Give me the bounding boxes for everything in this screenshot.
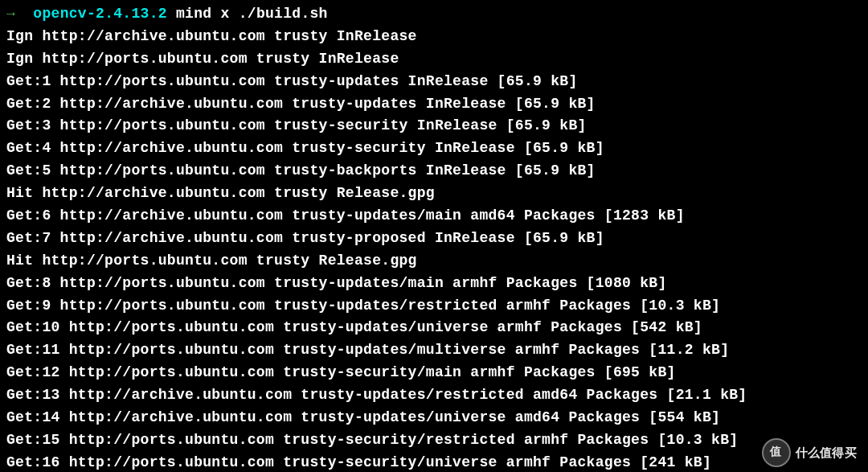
terminal-output-line: Get:9 http://ports.ubuntu.com trusty-upd… [6, 295, 862, 318]
terminal-output-line: Get:2 http://archive.ubuntu.com trusty-u… [6, 93, 862, 116]
terminal-output-line: Get:16 http://ports.ubuntu.com trusty-se… [6, 452, 862, 472]
terminal-prompt[interactable]: → opencv-2.4.13.2 mind x ./build.sh [6, 3, 862, 26]
terminal-output-line: Get:12 http://ports.ubuntu.com trusty-se… [6, 362, 862, 384]
prompt-command: mind x ./build.sh [176, 6, 328, 22]
terminal-output-line: Hit http://archive.ubuntu.com trusty Rel… [6, 183, 862, 205]
terminal-output-line: Get:11 http://ports.ubuntu.com trusty-up… [6, 339, 862, 362]
terminal-output-line: Ign http://archive.ubuntu.com trusty InR… [6, 26, 862, 48]
terminal-output-line: Get:1 http://ports.ubuntu.com trusty-upd… [6, 71, 862, 93]
terminal-output-line: Get:4 http://archive.ubuntu.com trusty-s… [6, 137, 862, 160]
terminal-output-line: Get:8 http://ports.ubuntu.com trusty-upd… [6, 273, 862, 295]
terminal-output-line: Get:10 http://ports.ubuntu.com trusty-up… [6, 317, 862, 339]
terminal-output-line: Get:5 http://ports.ubuntu.com trusty-bac… [6, 160, 862, 183]
terminal-output-line: Get:15 http://ports.ubuntu.com trusty-se… [6, 429, 862, 452]
terminal-output-line: Ign http://ports.ubuntu.com trusty InRel… [6, 48, 862, 71]
prompt-arrow: → [6, 6, 15, 22]
terminal-output-line: Get:6 http://archive.ubuntu.com trusty-u… [6, 205, 862, 228]
terminal-output-line: Get:14 http://archive.ubuntu.com trusty-… [6, 407, 862, 429]
terminal-output-line: Get:7 http://archive.ubuntu.com trusty-p… [6, 228, 862, 250]
terminal-output-line: Get:13 http://archive.ubuntu.com trusty-… [6, 384, 862, 407]
watermark: 值 什么值得买 [762, 438, 858, 467]
prompt-directory: opencv-2.4.13.2 [33, 6, 167, 22]
terminal-output-line: Get:3 http://ports.ubuntu.com trusty-sec… [6, 115, 862, 137]
terminal-output-line: Hit http://ports.ubuntu.com trusty Relea… [6, 250, 862, 273]
watermark-badge-icon: 值 [762, 438, 791, 467]
watermark-text: 什么值得买 [796, 443, 858, 462]
